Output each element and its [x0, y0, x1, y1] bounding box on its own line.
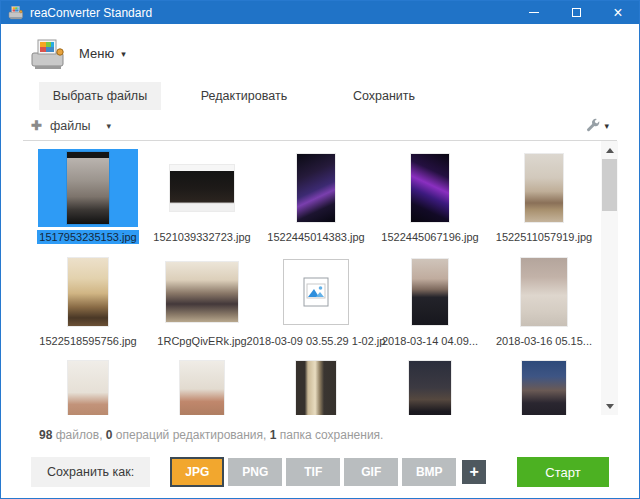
window-title: reaConverter Standard — [30, 6, 152, 20]
maximize-icon — [572, 8, 581, 17]
format-bmp-button[interactable]: BMP — [402, 458, 456, 486]
operations-text: операций редактирования, — [112, 428, 269, 442]
file-item[interactable] — [487, 357, 601, 415]
file-thumbnail[interactable] — [180, 361, 224, 415]
scroll-up-button[interactable] — [601, 142, 618, 158]
app-logo-icon — [8, 5, 24, 20]
minimize-icon — [529, 12, 539, 13]
file-thumbnail[interactable] — [411, 154, 449, 222]
maximize-button[interactable] — [555, 1, 597, 24]
file-thumbnail[interactable] — [522, 361, 566, 415]
add-files-label: файлы — [50, 119, 91, 133]
status-bar: 98 файлов, 0 операций редактирования, 1 … — [1, 415, 639, 442]
format-png-button[interactable]: PNG — [228, 458, 282, 486]
grid-row-1: 1517953235153.jpg 1521039332723.jpg 1522… — [31, 149, 601, 244]
close-button[interactable]: × — [597, 1, 639, 24]
app-window: reaConverter Standard × Меню ▾ — [0, 0, 640, 499]
title-bar: reaConverter Standard × — [1, 1, 639, 24]
scrollbar-thumb[interactable] — [602, 159, 617, 211]
file-thumbnail[interactable] — [166, 262, 238, 322]
file-name: 2018-03-14 04.09... — [382, 334, 478, 348]
file-name: 1522518595756.jpg — [39, 334, 136, 348]
add-format-button[interactable]: + — [462, 460, 486, 484]
file-thumbnail[interactable] — [525, 154, 563, 222]
format-buttons: JPG PNG TIF GIF BMP + — [170, 457, 486, 487]
add-files-button[interactable]: ✚ файлы ▾ — [31, 118, 111, 133]
file-item[interactable] — [31, 357, 145, 415]
menu-label: Меню — [79, 46, 114, 61]
file-item[interactable]: 1522511057919.jpg — [487, 149, 601, 244]
file-thumbnail[interactable] — [170, 165, 234, 211]
format-jpg-button[interactable]: JPG — [170, 457, 224, 487]
format-tif-button[interactable]: TIF — [286, 458, 340, 486]
thumbnail-grid: 1517953235153.jpg 1521039332723.jpg 1522… — [31, 149, 601, 415]
file-item[interactable]: 1517953235153.jpg — [31, 149, 145, 244]
file-name: 1522511057919.jpg — [496, 230, 592, 244]
settings-wrench-button[interactable]: ▾ — [585, 118, 609, 133]
vertical-scrollbar[interactable] — [601, 141, 618, 415]
plus-icon: ✚ — [31, 118, 42, 133]
main-tabs: Выбрать файлы Редактировать Сохранить — [39, 82, 639, 110]
files-count: 98 — [39, 428, 52, 442]
file-thumbnail[interactable] — [297, 154, 335, 222]
file-list: 1517953235153.jpg 1521039332723.jpg 1522… — [1, 141, 639, 415]
file-item[interactable] — [145, 357, 259, 415]
file-name: 2018-03-09 03.55.29 1-02.jp — [247, 334, 386, 348]
close-icon: × — [613, 4, 622, 22]
minimize-button[interactable] — [513, 1, 555, 24]
file-thumbnail-placeholder[interactable] — [283, 259, 349, 325]
plus-icon: + — [470, 464, 479, 480]
file-thumbnail[interactable] — [521, 258, 567, 326]
menu-row: Меню ▾ — [1, 24, 639, 76]
wrench-icon — [585, 118, 600, 133]
file-thumbnail[interactable] — [296, 361, 336, 415]
file-name: 1517953235153.jpg — [37, 230, 138, 244]
file-item[interactable]: 2018-03-14 04.09... — [373, 253, 487, 348]
file-item[interactable]: 1521039332723.jpg — [145, 149, 259, 244]
files-text: файлов, — [52, 428, 105, 442]
tab-select-files[interactable]: Выбрать файлы — [39, 82, 161, 110]
grid-row-3 — [31, 357, 601, 415]
image-placeholder-icon — [303, 277, 329, 307]
toolbar: ✚ файлы ▾ ▾ — [23, 118, 617, 141]
grid-row-2: 1522518595756.jpg 1RCpgQivERk.jpg — [31, 253, 601, 348]
tab-save[interactable]: Сохранить — [339, 82, 429, 110]
file-name: 1522445067196.jpg — [381, 230, 478, 244]
file-thumbnail[interactable] — [409, 361, 451, 415]
start-button[interactable]: Старт — [517, 457, 609, 487]
chevron-down-icon: ▾ — [121, 49, 126, 59]
file-item[interactable]: 2018-03-16 05.15... — [487, 253, 601, 348]
footer-bar: Сохранить как: JPG PNG TIF GIF BMP + Ста… — [1, 457, 639, 487]
file-item[interactable] — [259, 357, 373, 415]
format-gif-button[interactable]: GIF — [344, 458, 398, 486]
file-thumbnail[interactable] — [68, 361, 108, 415]
menu-button[interactable]: Меню ▾ — [29, 37, 126, 71]
tab-edit[interactable]: Редактировать — [185, 82, 303, 110]
file-name: 1522445014383.jpg — [267, 230, 364, 244]
save-as-button[interactable]: Сохранить как: — [31, 457, 150, 487]
file-thumbnail[interactable] — [412, 259, 448, 325]
file-item[interactable]: 1522518595756.jpg — [31, 253, 145, 348]
file-item[interactable]: 1RCpgQivERk.jpg — [145, 253, 259, 348]
file-item[interactable]: 1522445014383.jpg — [259, 149, 373, 244]
chevron-down-icon: ▾ — [604, 121, 609, 131]
file-item[interactable]: 2018-03-09 03.55.29 1-02.jp — [259, 253, 373, 348]
chevron-down-icon — [606, 404, 614, 409]
file-thumbnail[interactable] — [67, 152, 109, 224]
chevron-down-icon: ▾ — [106, 121, 111, 131]
file-name: 2018-03-16 05.15... — [496, 334, 592, 348]
scroll-down-button[interactable] — [601, 398, 618, 414]
converter-printer-icon — [29, 37, 67, 71]
chevron-up-icon — [606, 148, 614, 153]
file-item[interactable] — [373, 357, 487, 415]
file-thumbnail[interactable] — [68, 258, 108, 326]
file-item[interactable]: 1522445067196.jpg — [373, 149, 487, 244]
save-folders-text: папка сохранения. — [276, 428, 383, 442]
file-name: 1521039332723.jpg — [153, 230, 250, 244]
file-name: 1RCpgQivERk.jpg — [157, 334, 246, 348]
